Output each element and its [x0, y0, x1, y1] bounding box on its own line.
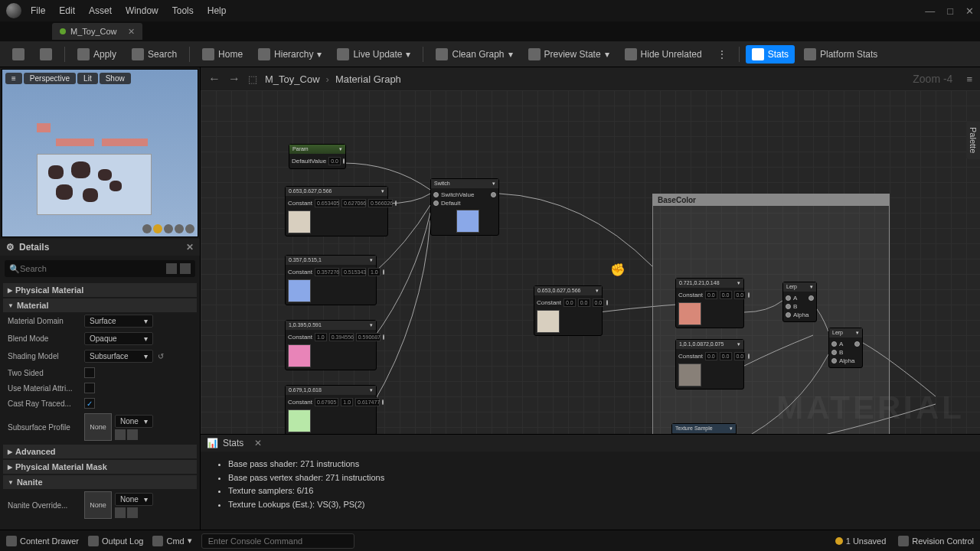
- use-icon[interactable]: [115, 507, 126, 518]
- filter-icon[interactable]: [166, 263, 177, 274]
- shape-custom-icon[interactable]: [185, 224, 194, 233]
- two-sided-checkbox[interactable]: [84, 367, 95, 378]
- browse-asset-icon[interactable]: [127, 429, 138, 440]
- revision-control-button[interactable]: Revision Control: [898, 536, 974, 546]
- material-graph-canvas[interactable]: Palette MATERIAL ✊ Param▾ DefaultValue0.…: [201, 90, 980, 434]
- stats-icon: [752, 48, 764, 60]
- viewport-perspective[interactable]: Perspective: [24, 73, 76, 84]
- home-icon: [202, 48, 214, 60]
- breadcrumb-asset[interactable]: M_Toy_Cow: [265, 73, 320, 85]
- details-title: Details: [19, 242, 49, 253]
- node-constant-6[interactable]: 0.721,0.21,0.148▾ Constant0.00.00.0: [675, 278, 744, 328]
- menu-tools[interactable]: Tools: [172, 5, 194, 16]
- graph-options-icon[interactable]: ≡: [966, 73, 972, 85]
- output-log-button[interactable]: Output Log: [88, 536, 143, 546]
- log-icon: [88, 536, 99, 546]
- nav-forward-button[interactable]: →: [228, 72, 240, 86]
- material-domain-dropdown[interactable]: Surface▾: [84, 315, 153, 328]
- node-param[interactable]: Param▾ DefaultValue0.0: [289, 144, 346, 169]
- node-lerp-2[interactable]: Lerp▾ A B Alpha: [828, 328, 863, 368]
- palette-tab[interactable]: Palette: [966, 121, 980, 159]
- menu-asset[interactable]: Asset: [89, 5, 112, 16]
- clean-graph-button[interactable]: Clean Graph▾: [430, 45, 518, 64]
- stats-toggle[interactable]: Stats: [746, 45, 795, 64]
- home-button[interactable]: Home: [196, 45, 249, 64]
- prop-useattr-label: Use Material Attri...: [8, 384, 84, 393]
- hierarchy-icon: [258, 48, 270, 60]
- shape-cube-icon[interactable]: [175, 224, 184, 233]
- details-close-icon[interactable]: ✕: [186, 242, 194, 253]
- breadcrumb-graph[interactable]: Material Graph: [335, 73, 401, 85]
- apply-button[interactable]: Apply: [71, 45, 122, 64]
- more-button[interactable]: ⋮: [711, 46, 733, 63]
- comment-title: BaseColor: [653, 194, 889, 206]
- reset-icon[interactable]: ↺: [158, 352, 164, 360]
- viewport-lit[interactable]: Lit: [77, 73, 98, 84]
- node-constant-5[interactable]: 0.653,0.627,0.566▾ Constant0.00.00.0: [534, 285, 603, 336]
- viewport-show[interactable]: Show: [100, 73, 131, 84]
- subsurf-dropdown[interactable]: None▾: [115, 415, 153, 428]
- menu-help[interactable]: Help: [207, 5, 227, 16]
- nav-back-button[interactable]: ←: [208, 72, 220, 86]
- shape-sphere-icon[interactable]: [153, 224, 162, 233]
- shading-model-dropdown[interactable]: Subsurface▾: [84, 350, 153, 363]
- save-button[interactable]: [6, 45, 31, 64]
- apply-icon: [77, 48, 90, 60]
- platform-stats-button[interactable]: Platform Stats: [798, 45, 884, 64]
- browse-button[interactable]: [34, 45, 58, 64]
- asset-tab[interactable]: M_Toy_Cow ✕: [52, 23, 142, 40]
- content-drawer-button[interactable]: Content Drawer: [6, 536, 79, 546]
- shape-cylinder-icon[interactable]: [142, 224, 152, 233]
- node-switch[interactable]: Switch▾ SwitchValue Default: [430, 178, 499, 236]
- stats-line: Texture samplers: 6/16: [228, 484, 965, 498]
- hide-unrelated-button[interactable]: Hide Unrelated: [619, 45, 708, 64]
- settings-icon[interactable]: [180, 263, 191, 274]
- stats-line: Base pass shader: 271 instructions: [228, 458, 965, 471]
- category-nanite[interactable]: ▼Nanite: [3, 475, 197, 489]
- node-constant-7[interactable]: 1,0.1,0.0872,0.075▾ Constant0.00.00.0: [675, 339, 744, 390]
- menu-window[interactable]: Window: [126, 5, 158, 16]
- details-icon: ⚙: [6, 242, 15, 253]
- blend-mode-dropdown[interactable]: Opaque▾: [84, 332, 153, 345]
- node-lerp-1[interactable]: Lerp▾ A B Alpha: [782, 282, 817, 322]
- stats-line: Texture Lookups (Est.): VS(3), PS(2): [228, 498, 965, 512]
- tab-close-icon[interactable]: ✕: [128, 27, 135, 37]
- prop-blend-label: Blend Mode: [8, 334, 84, 343]
- menu-file[interactable]: File: [31, 5, 45, 16]
- close-button[interactable]: ✕: [965, 5, 974, 17]
- use-material-attr-checkbox[interactable]: [84, 383, 95, 393]
- category-material[interactable]: ▼Material: [3, 298, 197, 312]
- subsurf-thumb[interactable]: None: [84, 413, 112, 441]
- node-texture-sample[interactable]: Texture Sample▾ UVsRGB Tex Apply View Mi…: [671, 423, 737, 434]
- node-constant-3[interactable]: 1,0.395,0.591▾ Constant1.00.3945560.5906…: [285, 320, 377, 370]
- category-advanced[interactable]: ▶Advanced: [3, 445, 197, 458]
- node-constant-4[interactable]: 0.679,1,0.618▾ Constant0.679051.00.61747…: [285, 385, 377, 434]
- hierarchy-button[interactable]: Hierarchy▾: [252, 45, 328, 64]
- use-icon[interactable]: [115, 429, 126, 440]
- viewport-menu[interactable]: ≡: [5, 73, 22, 84]
- node-constant-1[interactable]: 0.653,0.627,0.566▾ Constant0.6534050.627…: [285, 186, 388, 236]
- shape-plane-icon[interactable]: [164, 224, 173, 233]
- cast-ray-checkbox[interactable]: [84, 398, 95, 409]
- category-phys-mask[interactable]: ▶Physical Material Mask: [3, 460, 197, 474]
- minimize-button[interactable]: —: [925, 5, 935, 17]
- node-constant-2[interactable]: 0.357,0.515,1▾ Constant0.3572760.5153431…: [285, 255, 377, 305]
- live-update-button[interactable]: Live Update▾: [331, 45, 416, 64]
- unsaved-button[interactable]: 1 Unsaved: [835, 536, 887, 546]
- preview-state-button[interactable]: Preview State▾: [522, 45, 616, 64]
- browse-asset-icon[interactable]: [127, 507, 138, 518]
- menu-edit[interactable]: Edit: [59, 5, 75, 16]
- stats-close-icon[interactable]: ✕: [254, 438, 262, 448]
- console-input[interactable]: [201, 533, 354, 549]
- search-icon: 🔍: [9, 264, 20, 274]
- category-physical-material[interactable]: ▶Physical Material: [3, 283, 197, 297]
- search-button[interactable]: Search: [126, 45, 183, 64]
- nanite-dropdown[interactable]: None▾: [115, 493, 153, 506]
- maximize-button[interactable]: □: [947, 5, 953, 17]
- details-search-input[interactable]: [20, 264, 166, 273]
- hide-icon: [625, 48, 637, 60]
- preview-viewport[interactable]: ≡ Perspective Lit Show: [2, 69, 198, 237]
- nanite-thumb[interactable]: None: [84, 491, 112, 519]
- chevron-down-icon: ▾: [605, 49, 609, 60]
- cmd-button[interactable]: Cmd▾: [152, 536, 191, 546]
